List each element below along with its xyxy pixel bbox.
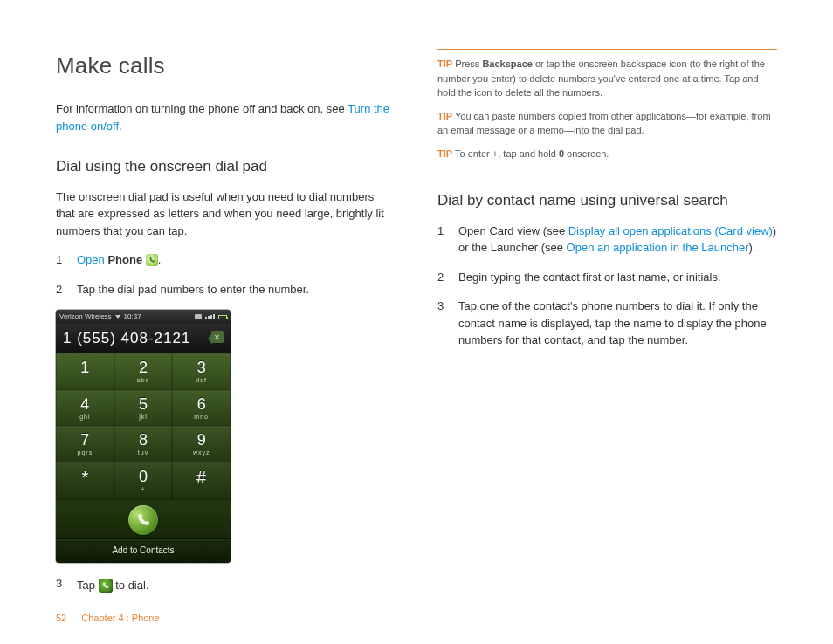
- battery-icon: [218, 315, 227, 319]
- sec1-step-3: 3 Tap to dial.: [56, 575, 396, 594]
- keypad-key-3[interactable]: 3def: [172, 353, 231, 390]
- dialed-number: 1 (555) 408-2121: [63, 327, 208, 350]
- card-view-link[interactable]: Display all open applications (Card view…: [568, 224, 773, 237]
- tip-3: TIP To enter +, tap and hold 0 onscreen.: [437, 147, 777, 161]
- section1-paragraph: The onscreen dial pad is useful when you…: [56, 188, 396, 240]
- divider-bottom: [437, 168, 777, 168]
- section2-heading: Dial by contact name using universal sea…: [437, 189, 777, 212]
- section1-heading: Dial using the onscreen dial pad: [56, 155, 396, 178]
- keypad-key-0[interactable]: 0+: [114, 462, 173, 501]
- keypad-key-8[interactable]: 8tuv: [114, 426, 173, 462]
- keypad-key-6[interactable]: 6mno: [172, 390, 231, 427]
- chapter-label: Chapter 4 : Phone: [81, 613, 159, 623]
- keypad-key-4[interactable]: 4ghi: [56, 390, 114, 427]
- phone-app-name: Phone: [107, 253, 142, 266]
- sec2-step-2: 2 Begin typing the contact first or last…: [437, 269, 777, 286]
- page-footer: 52 Chapter 4 : Phone: [56, 611, 160, 626]
- keypad-key-*[interactable]: *: [56, 462, 114, 501]
- sec1-step-2: 2 Tap the dial pad numbers to enter the …: [56, 281, 396, 298]
- dropdown-icon: [115, 315, 120, 319]
- dial-button[interactable]: [128, 505, 158, 535]
- intro-prefix: For information on turning the phone off…: [56, 102, 348, 115]
- dial-display: 1 (555) 408-2121: [56, 324, 231, 353]
- tip-label: TIP: [437, 148, 452, 159]
- intro-paragraph: For information on turning the phone off…: [56, 100, 396, 134]
- tip-2: TIP You can paste numbers copied from ot…: [437, 109, 777, 138]
- backspace-icon[interactable]: [208, 332, 224, 345]
- launcher-link[interactable]: Open an application in the Launcher: [567, 241, 749, 254]
- add-to-contacts-button[interactable]: Add to Contacts: [56, 538, 231, 563]
- keypad-key-1[interactable]: 1: [56, 353, 114, 390]
- phone-app-icon: [146, 254, 158, 266]
- tip-label: TIP: [437, 58, 452, 69]
- sec2-step-1: 1 Open Card view (see Display all open a…: [437, 223, 777, 257]
- open-link[interactable]: Open: [77, 253, 105, 266]
- keypad-key-2[interactable]: 2abc: [114, 353, 173, 390]
- tip-1: TIP Press Backspace or tap the onscreen …: [437, 57, 777, 100]
- page-title: Make calls: [56, 49, 396, 83]
- left-column: Make calls For information on turning th…: [56, 49, 396, 590]
- dial-icon: [99, 579, 113, 593]
- sec1-step-1: 1 Open Phone .: [56, 251, 396, 269]
- intro-suffix: .: [119, 120, 122, 133]
- divider-top: [437, 49, 777, 50]
- dial-button-row: [56, 500, 231, 538]
- keypad-key-#[interactable]: #: [172, 462, 231, 501]
- carrier-label: Verizon Wireless: [59, 312, 112, 322]
- dialpad-screenshot: Verizon Wireless 10:37 1 (555) 408-2121 …: [56, 310, 231, 563]
- sec2-step-3: 3 Tap one of the contact's phone numbers…: [437, 298, 777, 349]
- keypad-key-7[interactable]: 7pqrs: [56, 426, 114, 462]
- status-bar: Verizon Wireless 10:37: [56, 310, 231, 324]
- keypad-key-9[interactable]: 9wxyz: [172, 426, 231, 462]
- page-number: 52: [56, 613, 66, 623]
- tip-label: TIP: [437, 111, 452, 121]
- keypad-key-5[interactable]: 5jkl: [114, 390, 173, 427]
- time-label: 10:37: [124, 312, 141, 322]
- right-column: TIP Press Backspace or tap the onscreen …: [437, 49, 777, 590]
- keypad: 1 2abc3def4ghi5jkl6mno7pqrs8tuv9wxyz* 0+…: [56, 353, 231, 500]
- status-icon: [195, 314, 202, 319]
- signal-icon: [205, 314, 215, 319]
